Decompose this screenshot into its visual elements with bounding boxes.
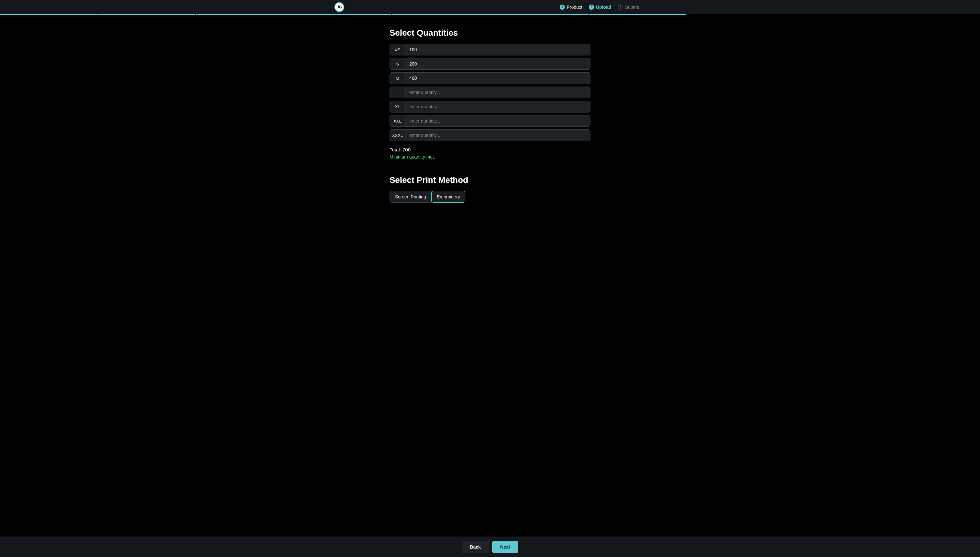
- quantities-list: XSSMLXLXXLXXXL: [390, 44, 590, 141]
- size-label: XL: [390, 101, 405, 112]
- size-label: S: [390, 58, 405, 70]
- back-button[interactable]: Back: [462, 541, 489, 553]
- quantity-input-xxxl[interactable]: [405, 129, 590, 141]
- step-badge: 1: [560, 5, 565, 10]
- quantities-total: Total: 700: [390, 147, 590, 152]
- quantity-row-xl: XL: [390, 101, 590, 112]
- quantity-row-s: S: [390, 58, 590, 70]
- next-button[interactable]: Next: [492, 541, 518, 553]
- quantity-row-m: M: [390, 72, 590, 84]
- wizard-footer: Back Next: [0, 537, 980, 557]
- quantity-row-xxl: XXL: [390, 115, 590, 127]
- step-label: Upload: [596, 5, 611, 10]
- size-label: XXL: [390, 115, 405, 127]
- print-method-section: Select Print Method Screen PrintingEmbro…: [390, 175, 590, 203]
- quantity-input-xs[interactable]: [405, 44, 590, 55]
- step-label: Product: [567, 5, 582, 10]
- quantity-input-xl[interactable]: [405, 101, 590, 112]
- quantity-row-xs: XS: [390, 44, 590, 55]
- print-method-embroidery[interactable]: Embroidery: [431, 191, 466, 203]
- brand-logo-icon: JG: [335, 2, 344, 12]
- print-method-heading: Select Print Method: [390, 175, 590, 185]
- quantity-row-l: L: [390, 86, 590, 98]
- main-content: Select Quantities XSSMLXLXXLXXXL Total: …: [0, 15, 980, 557]
- size-label: L: [390, 86, 405, 98]
- wizard-stepper: 1Product2Upload3Submit: [560, 5, 639, 10]
- step-label: Submit: [625, 5, 639, 10]
- form-container: Select Quantities XSSMLXLXXLXXXL Total: …: [390, 28, 590, 203]
- size-label: M: [390, 72, 405, 84]
- quantity-input-xxl[interactable]: [405, 115, 590, 127]
- minimum-quantity-message: Minimum quantity met.: [390, 154, 590, 160]
- step-badge: 2: [589, 5, 594, 10]
- quantity-input-l[interactable]: [405, 86, 590, 98]
- app-header: JG 1Product2Upload3Submit: [0, 0, 980, 14]
- print-method-group: Screen PrintingEmbroidery: [390, 191, 590, 203]
- size-label: XXXL: [390, 129, 405, 141]
- step-upload[interactable]: 2Upload: [589, 5, 611, 10]
- size-label: XS: [390, 44, 405, 55]
- header-inner: JG 1Product2Upload3Submit: [335, 2, 645, 12]
- quantity-input-m[interactable]: [405, 72, 590, 84]
- step-badge: 3: [618, 5, 623, 10]
- quantity-input-s[interactable]: [405, 58, 590, 70]
- quantities-heading: Select Quantities: [390, 28, 590, 38]
- print-method-screen-printing[interactable]: Screen Printing: [390, 191, 432, 203]
- quantity-row-xxxl: XXXL: [390, 129, 590, 141]
- step-product[interactable]: 1Product: [560, 5, 582, 10]
- step-submit[interactable]: 3Submit: [618, 5, 639, 10]
